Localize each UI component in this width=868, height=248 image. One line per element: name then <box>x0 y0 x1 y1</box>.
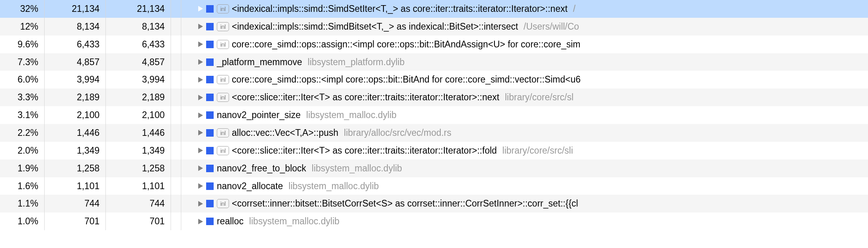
symbol-cell: inl<core::slice::iter::Iter<T> as core::… <box>181 92 868 103</box>
table-row[interactable]: 3.3%2,1892,189inl<core::slice::iter::Ite… <box>0 88 868 106</box>
total-weight: 1,349 <box>106 142 171 160</box>
total-weight: 1,446 <box>106 124 171 142</box>
weight-percent: 3.1% <box>0 106 45 124</box>
disclosure-closed-icon[interactable] <box>198 183 203 189</box>
disclosure-closed-icon[interactable] <box>198 165 203 171</box>
disclosure-closed-icon[interactable] <box>198 113 203 118</box>
table-row[interactable]: 2.2%1,4461,446inlalloc::vec::Vec<T,A>::p… <box>0 124 868 142</box>
symbol-path: libsystem_malloc.dylib <box>312 163 402 174</box>
weight-percent: 9.6% <box>0 36 45 53</box>
self-weight: 2,189 <box>45 88 106 106</box>
symbol-cell: realloclibsystem_malloc.dylib <box>181 216 868 227</box>
table-row[interactable]: 1.9%1,2581,258nanov2_free_to_blocklibsys… <box>0 160 868 177</box>
total-weight: 744 <box>106 195 171 212</box>
profiler-table: 32%21,13421,134inl<indexical::impls::sim… <box>0 0 868 230</box>
spacer-column <box>171 106 181 124</box>
total-weight: 701 <box>106 212 171 230</box>
spacer-column <box>171 0 181 18</box>
category-color-icon <box>206 165 214 172</box>
category-color-icon <box>206 182 214 190</box>
self-weight: 1,101 <box>45 177 106 195</box>
disclosure-closed-icon[interactable] <box>198 201 203 207</box>
disclosure-open-icon[interactable] <box>198 6 203 11</box>
total-weight: 8,134 <box>106 18 171 36</box>
symbol-path: /Users/will/Co <box>524 21 579 32</box>
weight-percent: 1.1% <box>0 195 45 212</box>
self-weight: 1,446 <box>45 124 106 142</box>
symbol-cell: inl<core::slice::iter::Iter<T> as core::… <box>181 145 868 156</box>
symbol-name: alloc::vec::Vec<T,A>::push <box>232 128 338 138</box>
total-weight: 3,994 <box>106 71 171 88</box>
table-row[interactable]: 2.0%1,3491,349inl<core::slice::iter::Ite… <box>0 142 868 160</box>
self-weight: 6,433 <box>45 36 106 53</box>
spacer-column <box>171 88 181 106</box>
self-weight: 1,258 <box>45 160 106 177</box>
symbol-path: libsystem_platform.dylib <box>308 57 404 68</box>
category-color-icon <box>206 218 214 225</box>
symbol-name: <corrset::inner::bitset::BitsetCorrSet<S… <box>232 198 578 209</box>
disclosure-closed-icon[interactable] <box>198 24 203 29</box>
table-row[interactable]: 1.6%1,1011,101nanov2_allocatelibsystem_m… <box>0 177 868 195</box>
symbol-cell: inlalloc::vec::Vec<T,A>::pushlibrary/all… <box>181 128 868 138</box>
table-row[interactable]: 3.1%2,1002,100nanov2_pointer_sizelibsyst… <box>0 106 868 124</box>
symbol-path: library/core/src/sli <box>502 145 573 156</box>
category-color-icon <box>206 58 214 66</box>
total-weight: 2,189 <box>106 88 171 106</box>
symbol-cell: _platform_memmovelibsystem_platform.dyli… <box>181 57 868 68</box>
disclosure-closed-icon[interactable] <box>198 77 203 83</box>
symbol-name: _platform_memmove <box>217 57 302 68</box>
weight-percent: 3.3% <box>0 88 45 106</box>
spacer-column <box>171 177 181 195</box>
symbol-name: nanov2_pointer_size <box>217 110 301 120</box>
weight-percent: 12% <box>0 18 45 36</box>
table-row[interactable]: 6.0%3,9943,994inlcore::core_simd::ops::<… <box>0 71 868 88</box>
spacer-column <box>171 18 181 36</box>
weight-percent: 7.3% <box>0 53 45 71</box>
symbol-cell: inlcore::core_simd::ops::assign::<impl c… <box>181 39 868 50</box>
symbol-name: core::core_simd::ops::assign::<impl core… <box>232 39 581 50</box>
disclosure-closed-icon[interactable] <box>198 148 203 153</box>
symbol-cell: nanov2_pointer_sizelibsystem_malloc.dyli… <box>181 110 868 120</box>
symbol-name: nanov2_free_to_block <box>217 163 306 174</box>
symbol-name: nanov2_allocate <box>217 181 283 192</box>
self-weight: 8,134 <box>45 18 106 36</box>
category-color-icon <box>206 23 214 30</box>
disclosure-closed-icon[interactable] <box>198 41 203 47</box>
symbol-name: core::core_simd::ops::<impl core::ops::b… <box>232 74 581 85</box>
disclosure-closed-icon[interactable] <box>198 219 203 224</box>
disclosure-closed-icon[interactable] <box>198 59 203 65</box>
category-color-icon <box>206 94 214 101</box>
spacer-column <box>171 124 181 142</box>
self-weight: 4,857 <box>45 53 106 71</box>
table-row[interactable]: 1.1%744744inl<corrset::inner::bitset::Bi… <box>0 195 868 212</box>
spacer-column <box>171 195 181 212</box>
self-weight: 701 <box>45 212 106 230</box>
table-row[interactable]: 7.3%4,8574,857_platform_memmovelibsystem… <box>0 53 868 71</box>
symbol-cell: inl<corrset::inner::bitset::BitsetCorrSe… <box>181 198 868 209</box>
disclosure-closed-icon[interactable] <box>198 130 203 135</box>
category-color-icon <box>206 76 214 83</box>
weight-percent: 1.0% <box>0 212 45 230</box>
total-weight: 21,134 <box>106 0 171 18</box>
symbol-path: libsystem_malloc.dylib <box>249 216 340 227</box>
table-row[interactable]: 1.0%701701realloclibsystem_malloc.dylib <box>0 212 868 230</box>
weight-percent: 1.9% <box>0 160 45 177</box>
spacer-column <box>171 142 181 160</box>
table-row[interactable]: 32%21,13421,134inl<indexical::impls::sim… <box>0 0 868 18</box>
symbol-name: <core::slice::iter::Iter<T> as core::ite… <box>232 145 497 156</box>
table-row[interactable]: 9.6%6,4336,433inlcore::core_simd::ops::a… <box>0 36 868 53</box>
inline-badge: inl <box>217 4 229 13</box>
spacer-column <box>171 36 181 53</box>
inline-badge: inl <box>217 93 229 102</box>
category-color-icon <box>206 129 214 137</box>
weight-percent: 2.0% <box>0 142 45 160</box>
total-weight: 1,258 <box>106 160 171 177</box>
table-row[interactable]: 12%8,1348,134inl<indexical::impls::simd:… <box>0 18 868 36</box>
symbol-name: <indexical::impls::simd::SimdSetIter<T,_… <box>232 4 567 14</box>
disclosure-closed-icon[interactable] <box>198 95 203 100</box>
inline-badge: inl <box>217 40 229 49</box>
category-color-icon <box>206 200 214 207</box>
weight-percent: 32% <box>0 0 45 18</box>
weight-percent: 2.2% <box>0 124 45 142</box>
symbol-name: <core::slice::iter::Iter<T> as core::ite… <box>232 92 499 103</box>
